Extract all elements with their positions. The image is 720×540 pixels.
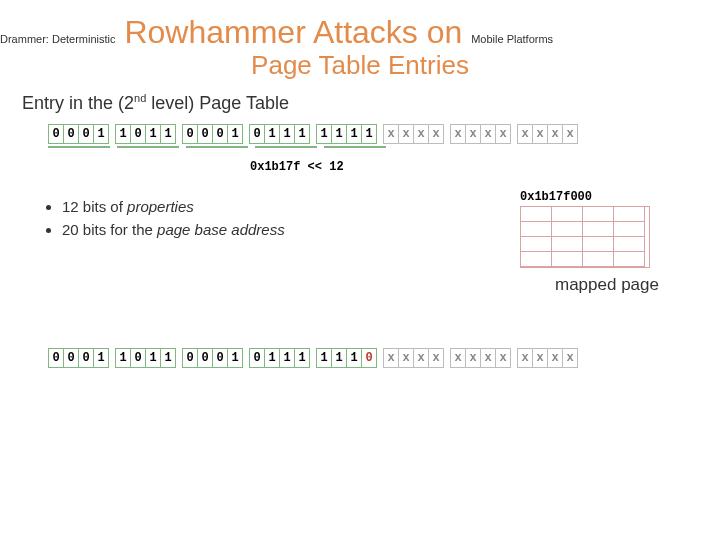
title-suffix: Mobile Platforms [471,33,553,45]
bit-cell: x [465,124,481,144]
bit-cell: 0 [130,124,146,144]
bit-cell: 0 [197,124,213,144]
page-grid [520,206,650,268]
bit-cell: 1 [145,348,161,368]
bit-cell: 1 [160,124,176,144]
bit-cell: 1 [316,124,332,144]
bit-nibble: 1011 [115,348,176,368]
bit-nibble: 0111 [249,348,310,368]
bit-cell: x [562,124,578,144]
bullet-item: 20 bits for the page base address [62,219,285,242]
section-label-pre: Entry in the (2 [22,93,134,113]
pte-bits-row-flipped: 00011011000101111110xxxxxxxxxxxx [48,348,578,368]
bit-nibble: 0001 [48,124,109,144]
bit-cell: 0 [48,124,64,144]
bit-cell: 0 [361,348,377,368]
bit-cell: 1 [361,124,377,144]
bullet-item: 12 bits of properties [62,196,285,219]
bit-nibble: 1111 [316,124,377,144]
bullet-text: 12 bits of [62,198,127,215]
pte-bits-row-original: 00011011000101111111xxxxxxxxxxxx [48,124,578,144]
bit-cell: x [495,348,511,368]
underline [117,146,179,148]
bit-cell: 1 [115,348,131,368]
bit-cell: 0 [197,348,213,368]
underline [324,146,386,148]
bit-cell: x [383,348,399,368]
bit-cell: 1 [264,348,280,368]
bit-cell: x [428,348,444,368]
bit-cell: 0 [78,124,94,144]
hex-shift-label: 0x1b17f << 12 [250,160,344,174]
bit-cell: 0 [63,348,79,368]
bit-cell: x [413,124,429,144]
bit-cell: x [517,348,533,368]
bit-cell: x [532,348,548,368]
bit-cell: x [465,348,481,368]
bit-nibble: 1110 [316,348,377,368]
section-label-post: level) Page Table [146,93,289,113]
bit-cell: 0 [249,124,265,144]
bit-nibble: xxxx [450,124,511,144]
bit-cell: 1 [227,124,243,144]
bit-cell: 0 [130,348,146,368]
bit-cell: 0 [249,348,265,368]
bit-cell: 0 [78,348,94,368]
bullet-text: 20 bits for the [62,221,157,238]
mapped-page-caption: mapped page [555,275,659,295]
bit-cell: x [547,348,563,368]
bit-cell: x [398,348,414,368]
title-main: Rowhammer Attacks on [116,14,472,50]
bit-cell: x [517,124,533,144]
bit-cell: 1 [93,124,109,144]
bit-cell: 1 [227,348,243,368]
mapped-page-box: 0x1b17f000 [520,190,650,268]
bit-cell: x [532,124,548,144]
bit-cell: x [413,348,429,368]
bit-cell: 0 [212,124,228,144]
page-address-label: 0x1b17f000 [520,190,650,204]
bit-nibble: 0001 [182,124,243,144]
bit-nibble: xxxx [383,124,444,144]
bit-cell: 1 [115,124,131,144]
bit-cell: 1 [346,348,362,368]
bullet-em: properties [127,198,194,215]
bit-cell: 1 [279,348,295,368]
bit-cell: 1 [331,348,347,368]
underline [255,146,317,148]
bit-nibble: 1011 [115,124,176,144]
bit-cell: 1 [93,348,109,368]
bit-cell: x [480,124,496,144]
section-label-sup: nd [134,92,146,104]
bit-cell: x [547,124,563,144]
bit-nibble: xxxx [450,348,511,368]
bit-cell: x [383,124,399,144]
bit-cell: 1 [316,348,332,368]
bit-nibble: 0001 [48,348,109,368]
bit-cell: 0 [48,348,64,368]
bit-cell: x [495,124,511,144]
bit-cell: x [398,124,414,144]
bit-cell: 1 [145,124,161,144]
bit-cell: 0 [182,124,198,144]
bit-cell: x [428,124,444,144]
bit-cell: 1 [160,348,176,368]
bit-nibble: 0111 [249,124,310,144]
bit-cell: 1 [264,124,280,144]
bit-cell: 0 [63,124,79,144]
bit-cell: x [562,348,578,368]
slide-subtitle: Page Table Entries [0,50,720,81]
bit-cell: x [480,348,496,368]
bit-nibble: xxxx [383,348,444,368]
bit-cell: 1 [331,124,347,144]
bit-cell: 1 [279,124,295,144]
slide-title: Drammer: Deterministic Rowhammer Attacks… [0,14,720,51]
bit-cell: 0 [212,348,228,368]
underline [48,146,110,148]
bit-cell: x [450,348,466,368]
title-prefix: Drammer: Deterministic [0,33,116,45]
bullet-em: page base address [157,221,285,238]
bit-nibble: xxxx [517,124,578,144]
bit-nibble: xxxx [517,348,578,368]
bullet-list: 12 bits of properties 20 bits for the pa… [44,196,285,241]
